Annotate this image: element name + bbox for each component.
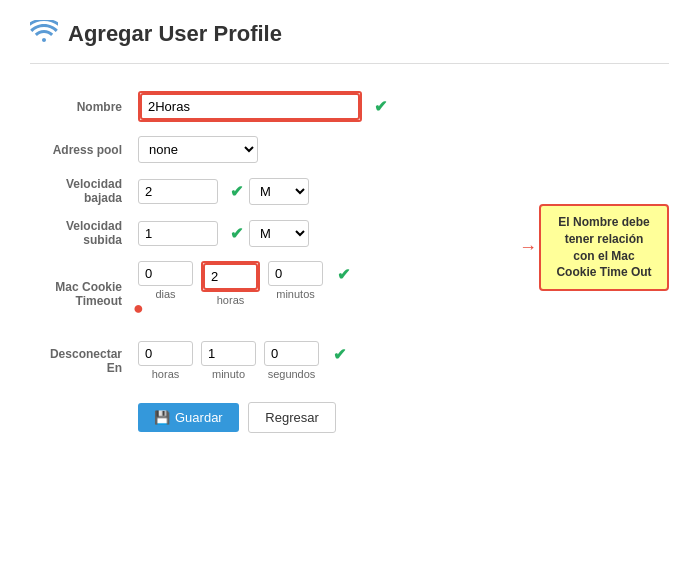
mac-cookie-check-icon: ✔ [337,265,350,284]
nombre-row: Nombre ✔ [30,84,509,129]
velocidad-subida-input[interactable] [138,221,218,246]
mac-dias-label: dias [155,288,175,300]
desc-horas-field: horas [138,341,193,380]
mac-minutos-field: minutos [268,261,323,300]
velocidad-bajada-row: Velocidad bajada ✔ M K G [30,170,509,212]
form-table: Nombre ✔ Adress pool [30,84,509,440]
velocidad-subida-input-cell: ✔ M K G [130,212,509,254]
nombre-label: Nombre [30,84,130,129]
mac-horas-outline [201,261,260,292]
velocidad-bajada-label: Velocidad bajada [30,170,130,212]
tooltip-box: → El Nombre debe tener relación con el M… [539,204,669,291]
address-pool-row: Adress pool none [30,129,509,170]
desc-horas-label: horas [152,368,180,380]
buttons-row: 💾 Guardar Regresar [30,387,509,440]
tooltip-arrow-icon: → [519,235,537,260]
mac-cookie-input-cell: dias horas minutos [130,254,509,334]
tooltip-container: → El Nombre debe tener relación con el M… [519,204,669,291]
velocidad-subida-label: Velocidad subida [30,212,130,254]
nombre-outline [138,91,362,122]
desc-minuto-input[interactable] [201,341,256,366]
nombre-input-cell: ✔ [130,84,509,129]
velocidad-subida-row: Velocidad subida ✔ M K G [30,212,509,254]
velocidad-bajada-input-cell: ✔ M K G [130,170,509,212]
page-header: Agregar User Profile [30,20,669,48]
desc-horas-input[interactable] [138,341,193,366]
address-pool-select[interactable]: none [138,136,258,163]
desc-segundos-field: segundos [264,341,319,380]
mac-horas-field: horas [201,261,260,306]
velocidad-subida-check-icon: ✔ [230,224,243,243]
desc-segundos-label: segundos [268,368,316,380]
address-pool-label: Adress pool [30,129,130,170]
desc-minuto-label: minuto [212,368,245,380]
velocidad-bajada-input[interactable] [138,179,218,204]
nombre-check-icon: ✔ [374,97,387,116]
mac-cookie-row: Mac Cookie Timeout dias [30,254,509,334]
mac-cookie-label: Mac Cookie Timeout [30,254,130,334]
page-title: Agregar User Profile [68,21,282,47]
velocidad-bajada-unit-select[interactable]: M K G [249,178,309,205]
mac-horas-input[interactable] [203,263,258,290]
regresar-button[interactable]: Regresar [248,402,335,433]
mac-minutos-label: minutos [276,288,315,300]
desconectar-input-cell: horas minuto segundos ✔ [130,334,509,387]
desconectar-check-icon: ✔ [333,345,346,364]
desconectar-label: Desconectar En [30,334,130,387]
desc-segundos-input[interactable] [264,341,319,366]
mac-horas-label: horas [217,294,245,306]
mac-dias-input[interactable] [138,261,193,286]
address-pool-input-cell: none [130,129,509,170]
guardar-button[interactable]: 💾 Guardar [138,403,239,432]
save-icon: 💾 [154,410,170,425]
nombre-input[interactable] [140,93,360,120]
velocidad-bajada-check-icon: ✔ [230,182,243,201]
mac-dias-field: dias [138,261,193,300]
mac-indicator-dot: ● [133,298,144,318]
divider [30,63,669,64]
mac-minutos-input[interactable] [268,261,323,286]
wifi-icon [30,20,58,48]
desc-minuto-field: minuto [201,341,256,380]
desconectar-row: Desconectar En horas minuto [30,334,509,387]
velocidad-subida-unit-select[interactable]: M K G [249,220,309,247]
